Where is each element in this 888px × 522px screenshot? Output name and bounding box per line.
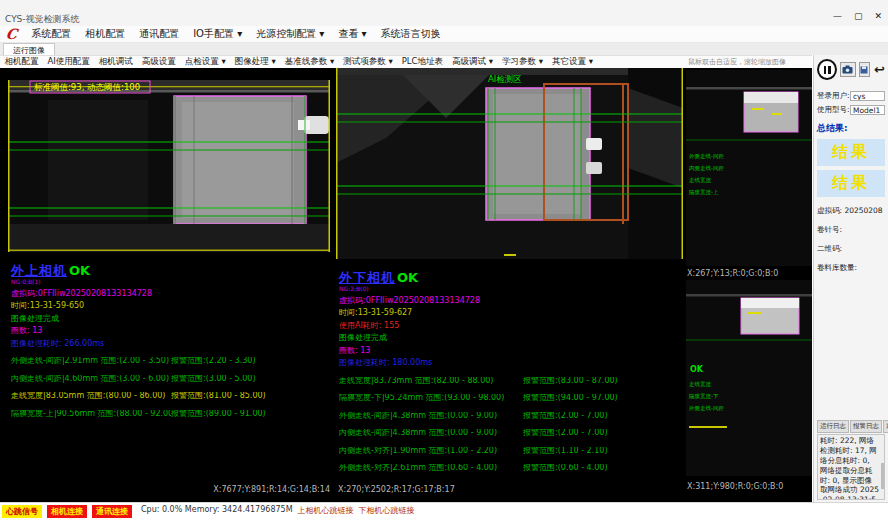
- cpu-memory-readout: Cpu: 0.0% Memory: 3424.41796875M: [141, 505, 293, 514]
- save-image-button[interactable]: [859, 62, 871, 77]
- camera-icon: [842, 65, 853, 74]
- upper-status: 图像处理完成: [11, 315, 330, 323]
- tab-highlight: [586, 162, 602, 174]
- result-box-upper: 结果: [817, 139, 885, 166]
- lower-camera-image[interactable]: AI检测区: [336, 68, 683, 259]
- minimize-icon[interactable]: —: [833, 11, 842, 21]
- app-logo-icon: C: [5, 26, 18, 42]
- upper-camera-view: 标准阈值:93, 动态阈值:100 外上相机OK NG:0;B(1) 虚拟码:0…: [8, 80, 330, 418]
- thumbnail-lower-image[interactable]: OK 走线宽度 隔膜宽度-下 外侧走线-间距: [686, 280, 812, 476]
- lower-camera-view: AI检测区 外下相机OK NG:2;B(0) 虚拟码:0FFIIiw202502…: [336, 68, 683, 472]
- camera-connect-badge: 相机连接: [47, 505, 87, 518]
- close-icon[interactable]: ✕: [874, 11, 882, 21]
- measurement-row: 隔膜宽度-下|95.24mm 范围:(93.00 - 98.00) 报警范围:(…: [339, 394, 683, 402]
- upper-elapsed: 图像处理耗时: 266.00ms: [11, 340, 330, 348]
- lower-camera-title: 外下相机: [339, 270, 395, 285]
- menu-bar: C 系统配置 相机配置 通讯配置 IO手配置 ▾ 光源控制配置 ▾ 查看 ▾ 系…: [0, 26, 888, 43]
- thumb-line: 外侧走线-间距: [689, 153, 724, 160]
- heartbeat-badge: 心跳信号: [2, 505, 42, 518]
- measurement-row: 外侧走线-对齐|2.61mm 范围:(0.60 - 4.00) 报警范围:(0.…: [339, 464, 683, 472]
- tool-advanced-settings[interactable]: 高级设置: [137, 56, 180, 68]
- tool-learn-params[interactable]: 学习参数 ▾: [497, 56, 547, 68]
- qrcode-row: 二维码:: [817, 244, 885, 254]
- menu-camera-config[interactable]: 相机配置: [78, 27, 132, 41]
- main-workspace: 标准阈值:93, 动态阈值:100 外上相机OK NG:0;B(1) 虚拟码:0…: [0, 68, 812, 502]
- log-text: 耗时: 222, 网络检测耗时: 17, 网络分息耗时: 0, 网络提取分息耗时…: [820, 436, 879, 500]
- mouse-hint-text: 鼠标双击自适应，滚轮缩放图像: [688, 57, 810, 67]
- thumbnail-upper-coords: X:267;Y:13;R:0;G:0;B:0: [687, 269, 778, 278]
- measurement-row: 内侧走线-对齐|1.90mm 范围:(1.00 - 2.20) 报警范围:(1.…: [339, 447, 683, 455]
- camera-capture-button[interactable]: [840, 62, 855, 77]
- log-tab-comm[interactable]: 通讯日志: [883, 420, 888, 433]
- measurement-row: 走线宽度|83.73mm 范围:(82.00 - 88.00) 报警范围:(83…: [339, 377, 683, 385]
- menu-comm-config[interactable]: 通讯配置: [132, 27, 186, 41]
- thumb-ok-label: OK: [690, 365, 704, 374]
- menu-light-config[interactable]: 光源控制配置 ▾: [249, 27, 331, 41]
- status-bar: 心跳信号 相机连接 通讯连接 Cpu: 0.0% Memory: 3424.41…: [0, 502, 888, 522]
- disk-icon: [860, 66, 868, 74]
- ai-region-label: AI检测区: [488, 74, 522, 84]
- log-area[interactable]: 耗时: 222, 网络检测耗时: 17, 网络分息耗时: 0, 网络提取分息耗时…: [817, 434, 885, 500]
- login-user-label: 登录用户:: [817, 91, 850, 101]
- tool-image-process[interactable]: 图像处理 ▾: [230, 56, 280, 68]
- login-user-row: 登录用户: cys: [817, 91, 885, 101]
- menu-io-config[interactable]: IO手配置 ▾: [186, 27, 249, 41]
- thumbnail-lower-coords: X:311;Y:980;R:0;G:0;B:0: [687, 482, 783, 491]
- comm-connect-badge: 通讯连接: [92, 505, 132, 518]
- upper-camera-link-status: 上相机心跳链接: [298, 505, 354, 516]
- tab-highlight: [586, 138, 602, 150]
- thumbnail-upper-image[interactable]: 外侧走线-间距 内侧走线-间距 走线宽度 隔膜宽度-上: [686, 70, 812, 266]
- bottom-guide-line: [8, 250, 330, 252]
- menu-system-config[interactable]: 系统配置: [24, 27, 78, 41]
- maximize-icon[interactable]: ▢: [854, 11, 863, 21]
- thumb-line: 隔膜宽度-下: [689, 393, 719, 400]
- model-label: 使用型号:: [817, 105, 850, 115]
- thumb-line: 隔膜宽度-上: [689, 189, 719, 196]
- lower-measurements: 走线宽度|83.73mm 范围:(82.00 - 88.00) 报警范围:(83…: [339, 377, 683, 473]
- measurement-row: 外侧走线-间距|4.38mm 范围:(0.00 - 9.00) 报警范围:(2.…: [339, 412, 683, 420]
- menu-view[interactable]: 查看 ▾: [331, 27, 373, 41]
- tool-ai-config[interactable]: AI使用配置: [43, 56, 94, 68]
- log-scrollbar[interactable]: [881, 463, 884, 489]
- virtual-code-row: 虚拟码: 20250208: [817, 206, 885, 216]
- measurement-row: 外侧走线-间距|2.91mm 范围:(2.00 - 3.50) 报警范围:(2.…: [11, 357, 330, 365]
- lower-camera-coords: X:270;Y:2502;R:17;G:17;B:17: [338, 485, 455, 494]
- tab-strip: 运行图像: [0, 43, 888, 55]
- lower-elapsed: 图像处理耗时: 180.00ms: [339, 359, 683, 367]
- upper-camera-coords: X:7677;Y:891;R:14;G:14;B:14: [8, 485, 330, 494]
- tool-plc-address[interactable]: PLC地址表: [397, 56, 447, 68]
- log-tab-run[interactable]: 运行日志: [817, 420, 849, 433]
- upper-count: 圈数: 13: [11, 327, 330, 335]
- upper-camera-result: OK: [69, 263, 90, 278]
- upper-camera-image[interactable]: 标准阈值:93, 动态阈值:100: [8, 80, 330, 252]
- pause-button[interactable]: [817, 59, 837, 80]
- upper-measurements: 外侧走线-间距|2.91mm 范围:(2.00 - 3.50) 报警范围:(2.…: [11, 357, 330, 418]
- login-user-value[interactable]: cys: [850, 91, 885, 101]
- thumb-line: 走线宽度: [689, 177, 712, 184]
- lower-status: 图像处理完成: [339, 334, 683, 342]
- model-value[interactable]: Model1: [850, 105, 885, 115]
- lower-camera-result: OK: [397, 270, 418, 285]
- model-row: 使用型号: Model1: [817, 105, 885, 115]
- return-arrow-icon[interactable]: ↩: [874, 63, 885, 76]
- log-tabs: 运行日志 报警日志 通讯日志: [817, 420, 885, 433]
- tool-test-params[interactable]: 测试项参数 ▾: [339, 56, 397, 68]
- total-result-label: 总结果:: [817, 122, 885, 135]
- lower-time: 时间:13-31-59-627: [339, 309, 683, 317]
- measurement-row: 走线宽度|83.05mm 范围:(80.00 - 86.00) 报警范围:(81…: [11, 392, 330, 400]
- tool-check-settings[interactable]: 点检设置 ▾: [180, 56, 230, 68]
- tool-baseline-params[interactable]: 基准线参数 ▾: [280, 56, 338, 68]
- tool-camera-debug[interactable]: 相机调试: [94, 56, 137, 68]
- tab-run-image[interactable]: 运行图像: [3, 43, 55, 55]
- tool-camera-config[interactable]: 相机配置: [0, 56, 43, 68]
- lower-barcode: 虚拟码:0FFIIiw20250208133134728: [339, 297, 683, 305]
- upper-barcode: 虚拟码:0FFIIiw20250208133134728: [11, 290, 330, 298]
- tool-advanced-debug[interactable]: 高级调试 ▾: [448, 56, 498, 68]
- measurement-row: 隔膜宽度-上|90.56mm 范围:(88.00 - 92.00) 报警范围:(…: [11, 410, 330, 418]
- window-title: CYS-视觉检测系统: [5, 13, 80, 26]
- thumb-line: 内侧走线-间距: [689, 165, 724, 172]
- tool-other-settings[interactable]: 其它设置 ▾: [547, 56, 597, 68]
- window-titlebar: CYS-视觉检测系统 — ▢ ✕: [0, 0, 888, 26]
- log-tab-alarm[interactable]: 报警日志: [850, 420, 882, 433]
- menu-language-switch[interactable]: 系统语言切换: [374, 27, 448, 41]
